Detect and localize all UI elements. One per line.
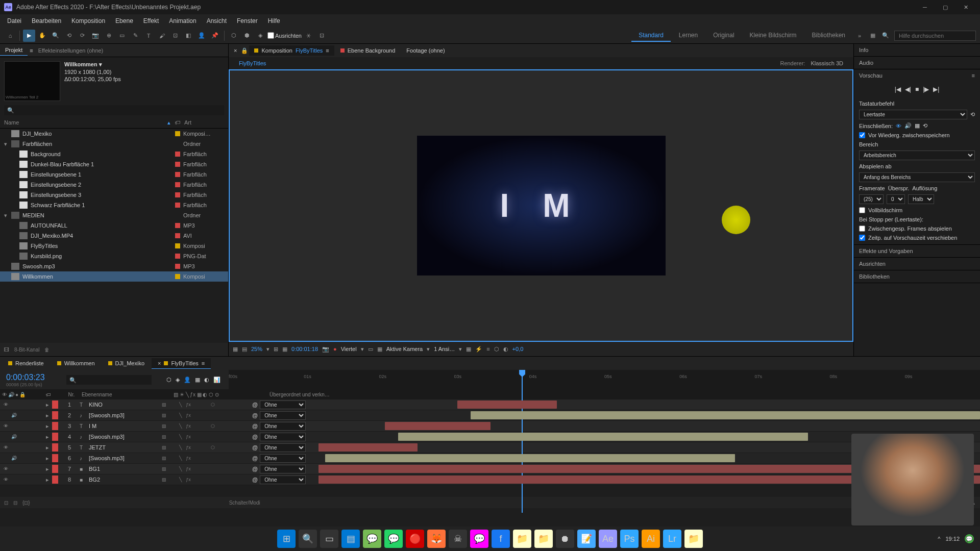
pickwhip-icon[interactable]: @ [252,477,258,483]
selection-tool[interactable]: ▶ [23,30,35,42]
parent-col-header[interactable]: Übergeordnet und verkn… [265,392,413,397]
pickwhip-icon[interactable]: @ [252,402,258,408]
eraser-tool[interactable]: ◧ [182,30,194,42]
comp-tab[interactable]: Ebene Background [335,45,401,56]
menu-hilfe[interactable]: Hilfe [263,15,285,27]
project-item[interactable]: Swoosh.mp3MP3 [0,261,228,271]
menu-animation[interactable]: Animation [164,15,201,27]
close-tab-icon[interactable]: × [231,47,240,54]
zoom-chevron-icon[interactable]: ▾ [266,346,270,353]
project-item[interactable]: DJI_Mexiko.MP4AVI [0,231,228,241]
timeline-tab[interactable]: DJI_Mexiko [102,358,151,368]
timeline-icon[interactable]: ≡ [486,346,489,352]
project-item[interactable]: Einstellungsebene 2Farbfläch [0,180,228,190]
interpret-footage-icon[interactable]: 🎞 [4,347,9,353]
timeline-layer[interactable]: 👁▸3TI M▧╲ƒx⬡@Ohne [0,421,980,432]
audio-toggle[interactable] [10,476,17,483]
timeline-search-input[interactable] [66,375,152,385]
toggle-switches-icon[interactable]: ⊡ [4,500,8,506]
lock-tab-icon[interactable]: 🔒 [241,47,248,54]
renderer-value[interactable]: Klassisch 3D [811,60,843,66]
fast-preview-icon[interactable]: ⚡ [475,346,482,353]
timeline-tab[interactable]: ×FlyByTitles≡ [152,358,211,369]
taskbar-app-icon[interactable]: ▭ [320,530,338,548]
snapshot-icon[interactable]: 📷 [322,346,329,353]
layer-bar[interactable] [318,443,418,452]
timeline-layer[interactable]: 🔊▸4♪[Swoosh.mp3]▧╲ƒx@Ohne [0,432,980,442]
menu-datei[interactable]: Datei [2,15,27,27]
audio-toggle[interactable]: 🔊 [10,433,17,440]
camera-dropdown[interactable]: Aktive Kamera [386,346,423,352]
solo-col-icon[interactable]: ● [15,392,18,397]
taskbar-app-icon[interactable]: 💬 [363,530,381,548]
timeline-layer[interactable]: 🔊▸6♪[Swoosh.mp3]▧╲ƒx@Ohne [0,453,980,464]
project-search-input[interactable] [4,105,224,115]
align-panel-header[interactable]: Ausrichten [854,258,980,270]
layer-bar[interactable] [385,422,491,430]
parent-select[interactable]: Ohne [260,465,306,473]
workspace-tab[interactable]: Lernen [672,30,705,42]
layer-bar[interactable] [471,411,980,419]
preview-panel-header[interactable]: Vorschau [859,72,883,79]
timeline-layer[interactable]: 👁▸1TKINO▧╲ƒx⬡@Ohne [0,399,980,410]
hand-tool[interactable]: ✋ [36,30,48,42]
audio-toggle[interactable] [10,401,17,408]
pan-behind-tool[interactable]: ⊕ [103,30,115,42]
include-overlay-icon[interactable]: ▦ [915,122,920,129]
bpc-toggle[interactable]: 8-Bit-Kanal [14,347,39,353]
tray-chevron-icon[interactable]: ^ [938,536,940,542]
skip-select[interactable]: 0 [887,194,905,204]
taskbar-app-icon[interactable]: ⏺ [556,530,574,548]
visibility-toggle[interactable]: 👁 [2,465,9,472]
project-item[interactable]: AUTOUNFALLMP3 [0,220,228,231]
label-header-icon[interactable]: 🏷 [175,119,180,126]
orbit-tool[interactable]: ⟲ [63,30,75,42]
guides-icon[interactable]: ▦ [282,346,287,353]
loop-icon[interactable]: ⟲ [923,122,927,129]
info-panel-header[interactable]: Info [854,44,980,56]
taskbar-app-icon[interactable]: 📝 [577,530,596,548]
viewer-timecode[interactable]: 0:00:01:18 [291,346,318,352]
parent-select[interactable]: Ohne [260,400,306,409]
taskbar-app-icon[interactable]: ⊞ [277,530,296,548]
comp-name-label[interactable]: Willkommen ▾ [64,61,121,68]
project-item[interactable]: Dunkel-Blau Farbfläche 1Farbfläch [0,159,228,169]
snap-options-icon[interactable]: ⚹ [303,30,315,42]
include-audio-icon[interactable]: 🔊 [904,122,912,129]
roi-icon[interactable]: ▭ [368,346,373,353]
menu-fenster[interactable]: Fenster [232,15,263,27]
snap-face-icon[interactable]: ◈ [254,30,266,42]
visibility-toggle[interactable] [2,455,9,462]
project-item[interactable]: ▾FarbflächenOrdner [0,139,228,149]
reset-shortcut-icon[interactable]: ⟲ [970,111,975,118]
visibility-toggle[interactable]: 👁 [2,476,9,483]
layer-bar[interactable] [398,433,808,441]
effects-panel-header[interactable]: Effekte und Vorgaben [854,245,980,257]
workspace-tab[interactable]: Original [706,30,741,42]
video-col-icon[interactable]: 👁 [2,392,7,397]
project-item[interactable]: WillkommenKomposi [0,271,228,282]
alpha-toggle-icon[interactable]: ▦ [233,346,238,353]
menu-bearbeiten[interactable]: Bearbeiten [27,15,66,27]
project-item[interactable]: Einstellungsebene 3Farbfläch [0,190,228,200]
first-frame-button[interactable]: |◀ [895,86,901,93]
visibility-toggle[interactable] [2,433,9,440]
pickwhip-icon[interactable]: @ [252,444,258,450]
resolution-dropdown[interactable]: Viertel [341,346,357,352]
views-dropdown[interactable]: 1 Ansi… [434,346,455,352]
project-thumbnail[interactable]: Willkommen Teil 2 [4,61,60,101]
visibility-toggle[interactable]: 👁 [2,401,9,408]
comp-mini-flowchart-icon[interactable]: ⬡ [166,377,172,383]
draft3d-icon[interactable]: ◈ [176,377,180,383]
workspace-tab[interactable]: Bibliotheken [805,30,852,42]
zoom-tool[interactable]: 🔍 [50,30,62,42]
taskbar-app-icon[interactable]: ☠ [449,530,467,548]
col-type-header[interactable]: Art [184,119,191,126]
stop-button[interactable]: ■ [915,86,919,93]
project-item[interactable]: Einstellungsebene 1Farbfläch [0,169,228,180]
snapping-checkbox[interactable] [267,32,274,39]
help-search-input[interactable] [894,31,976,41]
exposure-reset-icon[interactable]: ◐ [503,346,508,353]
parent-select[interactable]: Ohne [260,443,306,452]
grid-icon[interactable]: ⊞ [274,346,278,353]
